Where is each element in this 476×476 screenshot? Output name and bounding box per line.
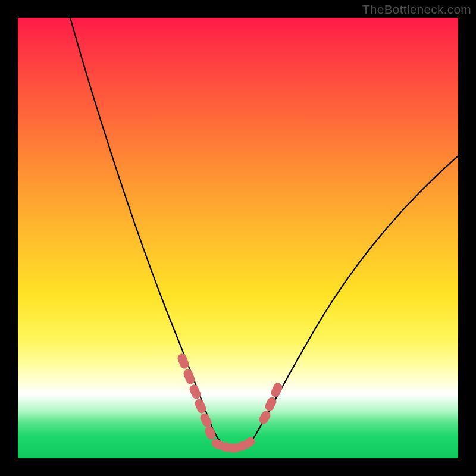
watermark-text: TheBottleneck.com <box>362 2 471 17</box>
curve-markers <box>182 358 278 448</box>
bottleneck-curve-svg <box>18 18 458 458</box>
bottleneck-curve <box>70 18 458 450</box>
chart-frame <box>18 18 458 458</box>
